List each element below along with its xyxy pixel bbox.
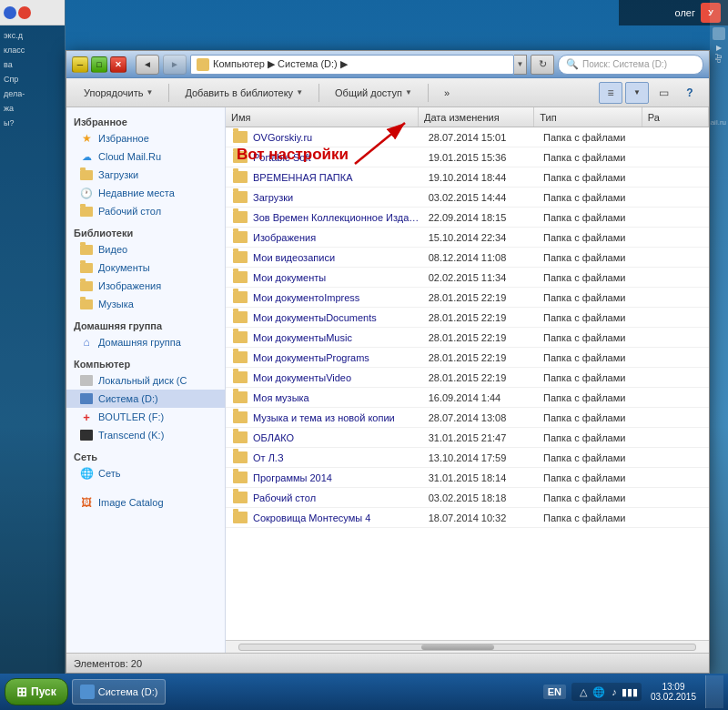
file-icon bbox=[231, 492, 249, 503]
h-scroll-track[interactable] bbox=[238, 644, 696, 651]
address-bar[interactable]: Компьютер ▶ Система (D:) ▶ bbox=[190, 55, 514, 75]
file-date: 19.01.2015 15:36 bbox=[421, 152, 536, 163]
table-row[interactable]: Portable Soft 19.01.2015 15:36 Папка с ф… bbox=[226, 147, 709, 167]
table-row[interactable]: Мои видеозаписи 08.12.2014 11:08 Папка с… bbox=[226, 248, 709, 268]
status-bar: Элементов: 20 bbox=[66, 653, 709, 673]
file-name: Загрузки bbox=[249, 192, 421, 203]
file-name: Моя музыка bbox=[249, 392, 421, 403]
col-date[interactable]: Дата изменения bbox=[419, 107, 534, 127]
table-row[interactable]: Сокровища Монтесумы 4 18.07.2014 10:32 П… bbox=[226, 508, 709, 528]
h-scroll-thumb[interactable] bbox=[421, 644, 494, 650]
file-type: Папка с файлами bbox=[536, 492, 642, 503]
toolbar-sep-2 bbox=[318, 84, 319, 102]
table-row[interactable]: Рабочий стол 03.02.2015 18:18 Папка с фа… bbox=[226, 488, 709, 508]
h-scrollbar[interactable] bbox=[226, 640, 709, 653]
taskbar-explorer-item[interactable]: Система (D:) bbox=[72, 679, 167, 705]
table-row[interactable]: Музыка и тема из новой копии 28.07.2014 … bbox=[226, 408, 709, 428]
window-controls: ─ □ ✕ bbox=[72, 56, 126, 73]
forward-button[interactable]: ► bbox=[163, 55, 187, 75]
sidebar-item-documents[interactable]: Документы bbox=[66, 259, 225, 277]
table-row[interactable]: Мои документоImpress 28.01.2015 22:19 Па… bbox=[226, 288, 709, 308]
file-name: Мои документыDocuments bbox=[249, 312, 421, 323]
address-dropdown[interactable]: ▼ bbox=[514, 55, 527, 75]
more-button[interactable]: » bbox=[434, 82, 460, 104]
sidebar-label-drive-f: BOUTLER (F:) bbox=[98, 411, 164, 422]
col-type[interactable]: Тип bbox=[534, 107, 642, 127]
sidebar-item-homegroup[interactable]: ⌂ Домашняя группа bbox=[66, 333, 225, 351]
table-row[interactable]: Мои документыDocuments 28.01.2015 22:19 … bbox=[226, 308, 709, 328]
file-type: Папка с файлами bbox=[536, 472, 642, 483]
table-row[interactable]: OVGorskiy.ru 28.07.2014 15:01 Папка с фа… bbox=[226, 127, 709, 147]
table-row[interactable]: Мои документыPrograms 28.01.2015 22:19 П… bbox=[226, 348, 709, 368]
col-size[interactable]: Ра bbox=[642, 107, 709, 127]
sidebar-item-cloudmail[interactable]: ☁ Cloud Mail.Ru bbox=[66, 147, 225, 166]
sidebar-text-4: Спр bbox=[2, 73, 63, 86]
table-row[interactable]: Мои документыMusic 28.01.2015 22:19 Папк… bbox=[226, 328, 709, 348]
file-type: Папка с файлами bbox=[536, 372, 642, 383]
sidebar-item-drive-k[interactable]: Transcend (K:) bbox=[66, 426, 225, 444]
file-name: Portable Soft bbox=[249, 152, 421, 163]
search-bar[interactable]: 🔍 Поиск: Система (D:) bbox=[558, 55, 703, 75]
sidebar-item-downloads[interactable]: Загрузки bbox=[66, 166, 225, 184]
toolbar: Упорядочить ▼ Добавить в библиотеку ▼ Об… bbox=[66, 78, 709, 107]
table-row[interactable]: От Л.З 13.10.2014 17:59 Папка с файлами bbox=[226, 448, 709, 468]
help-button[interactable]: ? bbox=[678, 82, 702, 104]
file-type: Папка с файлами bbox=[536, 292, 642, 303]
sidebar-item-video[interactable]: Видео bbox=[66, 240, 225, 259]
sidebar-item-drive-c[interactable]: Локальный диск (С bbox=[66, 371, 225, 390]
sort-button[interactable]: Упорядочить ▼ bbox=[74, 82, 163, 104]
table-row[interactable]: Изображения 15.10.2014 22:34 Папка с фай… bbox=[226, 228, 709, 248]
address-folder-icon bbox=[197, 58, 209, 71]
view-list-button[interactable]: ≡ bbox=[599, 82, 622, 104]
language-button[interactable]: EN bbox=[543, 685, 566, 699]
sidebar-item-favorite[interactable]: ★ Избранное bbox=[66, 129, 225, 147]
col-name[interactable]: Имя bbox=[226, 107, 419, 127]
sidebar-item-images[interactable]: Изображения bbox=[66, 277, 225, 295]
file-icon bbox=[231, 472, 249, 483]
maximize-button[interactable]: □ bbox=[91, 56, 107, 73]
sidebar-item-recent[interactable]: 🕐 Недавние места bbox=[66, 184, 225, 202]
left-browser-strip: экс.д класс ва Спр дела- жа ы? bbox=[0, 0, 66, 710]
table-row[interactable]: ОБЛАКО 31.01.2015 21:47 Папка с файлами bbox=[226, 428, 709, 448]
table-row[interactable]: Мои документыVideo 28.01.2015 22:19 Папк… bbox=[226, 368, 709, 388]
toolbar-sep-3 bbox=[428, 84, 429, 102]
table-row[interactable]: Мои документы 02.02.2015 11:34 Папка с ф… bbox=[226, 268, 709, 288]
tray-network-icon: 🌐 bbox=[592, 685, 605, 698]
file-icon bbox=[231, 371, 249, 383]
sidebar-item-drive-f[interactable]: + BOUTLER (F:) bbox=[66, 408, 225, 426]
file-icon bbox=[231, 512, 249, 523]
start-button[interactable]: ⊞ Пуск bbox=[5, 678, 68, 705]
file-icon bbox=[231, 271, 249, 283]
show-desktop-button[interactable] bbox=[705, 675, 723, 708]
sidebar-item-imagecatalog[interactable]: 🖼 Image Catalog bbox=[66, 493, 225, 512]
add-library-button[interactable]: Добавить в библиотеку ▼ bbox=[175, 82, 313, 104]
sidebar-item-music[interactable]: Музыка bbox=[66, 295, 225, 313]
table-row[interactable]: Зов Времен Коллекционное Издание 22.09.2… bbox=[226, 208, 709, 228]
table-row[interactable]: Моя музыка 16.09.2014 1:44 Папка с файла… bbox=[226, 388, 709, 408]
preview-button[interactable]: ▭ bbox=[652, 82, 675, 104]
sidebar-label-images: Изображения bbox=[98, 280, 161, 291]
back-button[interactable]: ◄ bbox=[136, 55, 159, 75]
table-row[interactable]: Программы 2014 31.01.2015 18:14 Папка с … bbox=[226, 468, 709, 488]
file-name: Музыка и тема из новой копии bbox=[249, 412, 421, 423]
table-row[interactable]: ВРЕМЕННАЯ ПАПКА 19.10.2014 18:44 Папка с… bbox=[226, 167, 709, 188]
drive-f-icon: + bbox=[79, 411, 94, 423]
username-label: олег bbox=[675, 7, 695, 18]
share-button[interactable]: Общий доступ ▼ bbox=[325, 82, 422, 104]
sidebar-item-network[interactable]: 🌐 Сеть bbox=[66, 464, 225, 482]
sidebar-item-drive-d[interactable]: Система (D:) bbox=[66, 390, 225, 408]
clock-time: 13:09 bbox=[651, 682, 696, 692]
file-icon bbox=[231, 251, 249, 263]
refresh-button[interactable]: ↻ bbox=[531, 55, 554, 75]
view-details-dropdown[interactable]: ▼ bbox=[625, 82, 649, 104]
file-name: Программы 2014 bbox=[249, 472, 421, 483]
tray-arrow-icon: △ bbox=[577, 685, 590, 698]
table-row[interactable]: Загрузки 03.02.2015 14:44 Папка с файлам… bbox=[226, 188, 709, 208]
minimize-button[interactable]: ─ bbox=[72, 56, 88, 73]
sidebar-item-desktop[interactable]: Рабочий стол bbox=[66, 202, 225, 220]
close-button[interactable]: ✕ bbox=[110, 56, 126, 73]
file-date: 28.01.2015 22:19 bbox=[421, 292, 536, 303]
clock[interactable]: 13:09 03.02.2015 bbox=[647, 682, 700, 702]
file-type: Папка с файлами bbox=[536, 312, 642, 323]
sidebar-label-drive-k: Transcend (K:) bbox=[98, 430, 164, 441]
